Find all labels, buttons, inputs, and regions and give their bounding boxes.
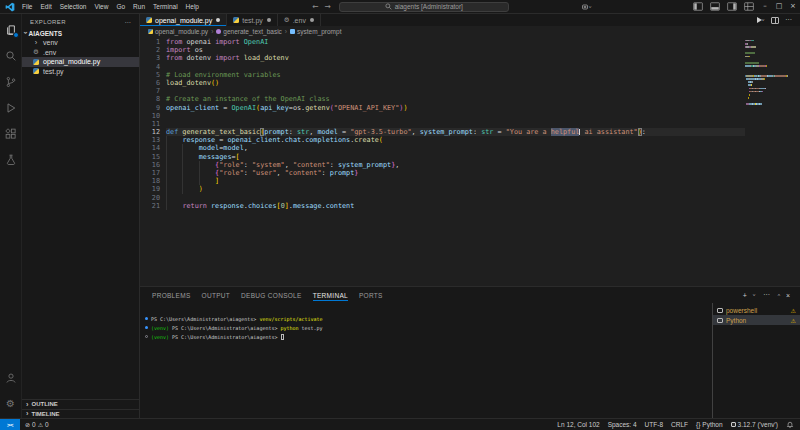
minimap[interactable] [745,36,795,286]
menu-go[interactable]: Go [112,0,129,13]
line-number[interactable]: 19 [140,185,160,193]
command-decoration-icon[interactable] [142,335,151,339]
code-line[interactable]: import os [166,46,745,54]
code-line[interactable]: # Load environment variables [166,71,745,79]
encoding-status[interactable]: UTF-8 [645,421,663,428]
line-number[interactable]: 12 [140,128,160,136]
menu-file[interactable]: File [18,0,36,13]
terminal-instance-powershell[interactable]: powershell⚠ [713,305,800,315]
code-line[interactable] [166,194,745,202]
panel-more-actions-icon[interactable]: ⋯ [763,291,770,299]
code-line[interactable]: return response.choices[0].message.conte… [166,202,745,210]
sidebar-section-outline[interactable]: ›OUTLINE [22,399,139,409]
tab-test.py[interactable]: test.py [227,14,278,26]
line-number[interactable]: 3 [140,54,160,62]
command-center-search[interactable]: aiagents [Administrator] [339,2,509,12]
source-control-icon[interactable] [0,69,22,95]
code-line[interactable]: response = openai_client.chat.completion… [166,136,745,144]
line-number[interactable]: 17 [140,169,160,177]
code-line[interactable]: from openai import OpenAI [166,38,745,46]
line-number[interactable]: 2 [140,46,160,54]
code-line[interactable]: messages=[ [166,153,745,161]
copilot-menu[interactable]: › [581,3,592,11]
terminal-line[interactable]: (venv) PS C:\Users\Administrator\aiagent… [142,332,712,341]
terminal-instance-python[interactable]: Python⚠ [713,315,800,325]
close-panel-icon[interactable]: × [786,292,790,299]
line-number[interactable]: 20 [140,194,160,202]
panel-tab-ports[interactable]: PORTS [359,288,383,303]
code-line[interactable]: {"role": "system", "content": system_pro… [166,161,745,169]
code-line[interactable]: model=model, [166,144,745,152]
panel-tab-terminal[interactable]: TERMINAL [313,288,348,303]
problems-status[interactable]: ⊘ 0 ⚠ 0 [20,421,49,428]
indentation-status[interactable]: Spaces: 4 [608,421,637,428]
notifications-bell-icon[interactable] [786,421,794,429]
run-debug-icon[interactable] [0,95,22,121]
window-minimize-button[interactable]: – [758,0,772,13]
explorer-more-actions[interactable]: ⋯ [125,18,131,25]
sidebar-section-timeline[interactable]: ›TIMELINE [22,409,139,419]
python-interpreter-status[interactable]: 3.12.7 ('venv') [731,421,778,428]
extensions-icon[interactable] [0,121,22,147]
tab-openai_module.py[interactable]: openai_module.py [140,14,227,26]
file-item-.env[interactable]: ⚙.env [22,48,139,58]
toggle-secondary-sidebar-icon[interactable] [727,2,737,11]
history-forward-button[interactable]: → [324,2,330,11]
line-number[interactable]: 13 [140,136,160,144]
line-number[interactable]: 4 [140,63,160,71]
code-line[interactable]: # Create an instance of the OpenAI class [166,95,745,103]
file-item-test.py[interactable]: test.py [22,67,139,77]
code-line[interactable] [166,112,745,120]
line-number[interactable]: 14 [140,144,160,152]
code-line[interactable]: openai_client = OpenAI(api_key=os.getenv… [166,104,745,112]
line-number[interactable]: 7 [140,87,160,95]
line-number[interactable]: 15 [140,153,160,161]
line-number[interactable]: 18 [140,177,160,185]
line-number[interactable]: 8 [140,95,160,103]
explorer-icon[interactable] [0,17,22,43]
toggle-sidebar-icon[interactable] [693,2,703,11]
new-terminal-button[interactable]: + [743,292,747,299]
menu-view[interactable]: View [90,0,112,13]
line-number[interactable]: 6 [140,79,160,87]
command-decoration-icon[interactable] [142,326,151,330]
command-decoration-icon[interactable] [142,317,151,321]
code-line[interactable]: load_dotenv() [166,79,745,87]
remote-indicator[interactable]: >< [0,419,20,430]
code-line[interactable]: def generate_text_basic(prompt: str, mod… [166,128,745,136]
breadcrumb-item-system_prompt[interactable]: system_prompt [290,28,341,35]
panel-tab-problems[interactable]: PROBLEMS [152,288,191,303]
panel-tab-output[interactable]: OUTPUT [202,288,231,303]
terminal-dropdown-icon[interactable]: › [752,294,758,296]
project-root-aiagents[interactable]: › AIAGENTS [22,28,139,38]
code-line[interactable]: {"role": "user", "content": prompt} [166,169,745,177]
maximize-panel-icon[interactable]: › [775,294,781,296]
breadcrumb-item-generate_text_basic[interactable]: generate_text_basic [216,28,282,35]
line-number[interactable]: 5 [140,71,160,79]
tab-.env[interactable]: ⚙.env [278,14,321,26]
line-number[interactable]: 10 [140,112,160,120]
code-line[interactable] [166,87,745,95]
line-number[interactable]: 11 [140,120,160,128]
code-line[interactable]: ) [166,185,745,193]
run-python-file-button[interactable]: › [757,17,765,23]
editor-more-actions-icon[interactable]: ⋯ [785,16,792,24]
menu-terminal[interactable]: Terminal [149,0,182,13]
search-view-icon[interactable] [0,43,22,69]
line-number-gutter[interactable]: 123456789101112131415161718192021 [140,36,166,286]
menu-selection[interactable]: Selection [56,0,91,13]
breadcrumb-item-openai_module.py[interactable]: openai_module.py [148,28,208,35]
eol-status[interactable]: CRLF [671,421,688,428]
terminal-line[interactable]: PS C:\Users\Administrator\aiagents> venv… [142,314,712,323]
accounts-icon[interactable] [0,365,22,391]
cursor-position-status[interactable]: Ln 12, Col 102 [557,421,599,428]
panel-tab-debug-console[interactable]: DEBUG CONSOLE [241,288,302,303]
code-content[interactable]: from openai import OpenAIimport osfrom d… [166,36,745,286]
line-number[interactable]: 9 [140,104,160,112]
code-line[interactable]: ] [166,177,745,185]
toggle-panel-icon[interactable] [710,2,720,11]
menu-run[interactable]: Run [129,0,149,13]
customize-layout-icon[interactable] [744,2,754,11]
settings-gear-icon[interactable]: ⚙ [0,391,22,417]
code-line[interactable] [166,120,745,128]
